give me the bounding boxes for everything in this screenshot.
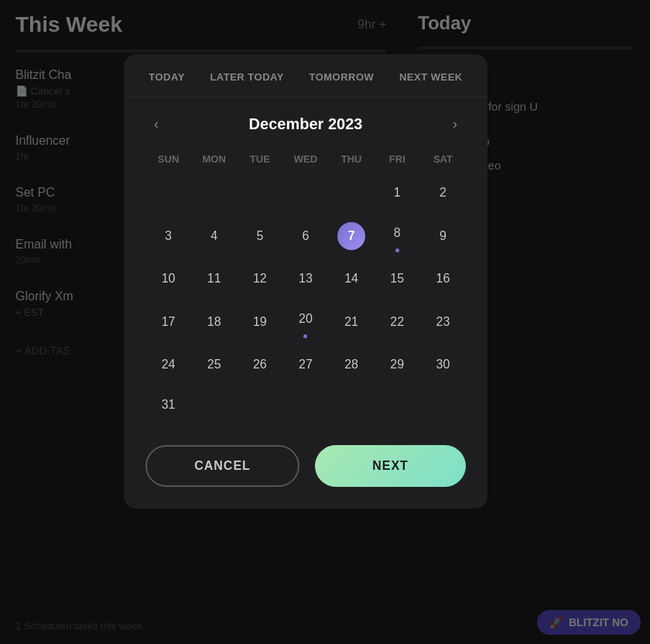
calendar-cell[interactable]: 21 (329, 300, 375, 343)
calendar-day-9[interactable]: 9 (429, 222, 457, 250)
calendar-day-23[interactable]: 23 (429, 308, 457, 336)
calendar-day-empty (429, 391, 457, 419)
modal-buttons: CANCEL NEXT (124, 445, 488, 487)
calendar-day-empty (337, 391, 365, 419)
calendar-day-13[interactable]: 13 (292, 265, 320, 293)
calendar-cell (237, 174, 282, 211)
calendar-day-12[interactable]: 12 (246, 265, 274, 293)
calendar-day-1[interactable]: 1 (383, 179, 411, 207)
calendar-day-2[interactable]: 2 (429, 179, 457, 207)
dow-sat: SAT (420, 150, 466, 168)
calendar-cell[interactable]: 20 (282, 300, 328, 343)
calendar-cell[interactable]: 26 (237, 346, 282, 383)
calendar-day-empty (200, 391, 228, 419)
quick-option-today[interactable]: TODAY (142, 68, 191, 86)
calendar-cell (375, 386, 420, 423)
calendar-day-17[interactable]: 17 (155, 308, 183, 336)
calendar-cell[interactable]: 11 (191, 260, 237, 297)
next-button[interactable]: NEXT (315, 445, 466, 487)
calendar-cell (282, 386, 328, 423)
quick-option-later-today[interactable]: LATER TODAY (204, 68, 290, 86)
calendar-cell[interactable]: 18 (191, 300, 237, 343)
dow-thu: THU (329, 150, 375, 168)
calendar-cell[interactable]: 24 (145, 346, 191, 383)
calendar-cell (191, 386, 237, 423)
calendar-day-27[interactable]: 27 (292, 351, 320, 379)
calendar-day-11[interactable]: 11 (200, 265, 228, 293)
calendar-day-5[interactable]: 5 (246, 222, 274, 250)
calendar-cell[interactable]: 31 (145, 386, 191, 423)
calendar-cell[interactable]: 8 (375, 214, 420, 257)
dow-tue: TUE (237, 150, 282, 168)
quick-option-next-week[interactable]: NEXT WEEK (393, 68, 469, 86)
dow-fri: FRI (375, 150, 420, 168)
calendar-day-empty (383, 391, 411, 419)
calendar: ‹ December 2023 › SUN MON TUE WED THU FR… (124, 98, 488, 439)
calendar-cell (420, 386, 466, 423)
calendar-cell[interactable]: 17 (145, 300, 191, 343)
quick-options-row: TODAY LATER TODAY TOMORROW NEXT WEEK (124, 54, 488, 98)
calendar-dot (303, 334, 307, 338)
calendar-day-empty (155, 179, 183, 207)
calendar-cell[interactable]: 7 (329, 214, 375, 257)
calendar-day-7[interactable]: 7 (337, 222, 365, 250)
calendar-day-empty (246, 179, 274, 207)
calendar-day-19[interactable]: 19 (246, 308, 274, 336)
calendar-cell[interactable]: 1 (375, 174, 420, 211)
calendar-day-20[interactable]: 20 (292, 305, 320, 333)
calendar-grid: SUN MON TUE WED THU FRI SAT 123456789101… (145, 150, 466, 423)
calendar-day-10[interactable]: 10 (155, 265, 183, 293)
calendar-day-3[interactable]: 3 (155, 222, 183, 250)
calendar-day-18[interactable]: 18 (200, 308, 228, 336)
dow-sun: SUN (145, 150, 191, 168)
calendar-cell[interactable]: 16 (420, 260, 466, 297)
calendar-cell[interactable]: 19 (237, 300, 282, 343)
calendar-cell[interactable]: 5 (237, 214, 282, 257)
calendar-cell[interactable]: 4 (191, 214, 237, 257)
calendar-header: ‹ December 2023 › (145, 113, 466, 135)
next-month-button[interactable]: › (444, 113, 466, 135)
calendar-day-29[interactable]: 29 (383, 351, 411, 379)
calendar-cell[interactable]: 23 (420, 300, 466, 343)
calendar-day-25[interactable]: 25 (200, 351, 228, 379)
calendar-cell (329, 174, 375, 211)
calendar-cell[interactable]: 15 (375, 260, 420, 297)
calendar-cell[interactable]: 13 (282, 260, 328, 297)
calendar-day-empty (337, 179, 365, 207)
calendar-days-grid: 1234567891011121314151617181920212223242… (145, 174, 466, 423)
calendar-day-26[interactable]: 26 (246, 351, 274, 379)
days-of-week-row: SUN MON TUE WED THU FRI SAT (145, 150, 466, 168)
calendar-cell[interactable]: 28 (329, 346, 375, 383)
calendar-cell[interactable]: 30 (420, 346, 466, 383)
calendar-cell[interactable]: 22 (375, 300, 420, 343)
calendar-cell[interactable]: 27 (282, 346, 328, 383)
calendar-cell[interactable]: 6 (282, 214, 328, 257)
calendar-cell[interactable]: 25 (191, 346, 237, 383)
calendar-day-4[interactable]: 4 (200, 222, 228, 250)
calendar-day-21[interactable]: 21 (337, 308, 365, 336)
quick-option-tomorrow[interactable]: TOMORROW (303, 68, 380, 86)
calendar-day-24[interactable]: 24 (155, 351, 183, 379)
calendar-cell[interactable]: 10 (145, 260, 191, 297)
cancel-button[interactable]: CANCEL (145, 445, 299, 487)
calendar-day-6[interactable]: 6 (292, 222, 320, 250)
calendar-day-22[interactable]: 22 (383, 308, 411, 336)
calendar-day-empty (292, 179, 320, 207)
calendar-cell (191, 174, 237, 211)
calendar-cell[interactable]: 2 (420, 174, 466, 211)
calendar-cell[interactable]: 29 (375, 346, 420, 383)
calendar-day-28[interactable]: 28 (337, 351, 365, 379)
calendar-cell[interactable]: 14 (329, 260, 375, 297)
calendar-month-year: December 2023 (249, 115, 363, 133)
calendar-day-8[interactable]: 8 (383, 219, 411, 247)
calendar-day-31[interactable]: 31 (155, 391, 183, 419)
calendar-day-30[interactable]: 30 (429, 351, 457, 379)
calendar-day-14[interactable]: 14 (337, 265, 365, 293)
calendar-day-15[interactable]: 15 (383, 265, 411, 293)
calendar-cell[interactable]: 3 (145, 214, 191, 257)
calendar-day-16[interactable]: 16 (429, 265, 457, 293)
calendar-cell[interactable]: 9 (420, 214, 466, 257)
calendar-cell (282, 174, 328, 211)
calendar-cell[interactable]: 12 (237, 260, 282, 297)
prev-month-button[interactable]: ‹ (145, 113, 167, 135)
